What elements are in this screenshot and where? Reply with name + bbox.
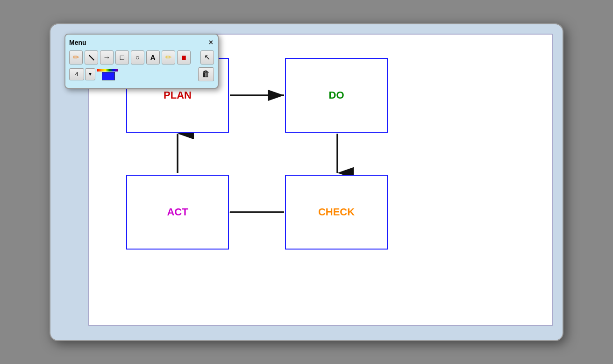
rect-icon: □ <box>120 53 124 61</box>
plan-label: PLAN <box>164 89 192 101</box>
size-value[interactable]: 4 <box>69 68 84 80</box>
menu-header: Menu × <box>69 38 214 47</box>
menu-title: Menu <box>69 39 86 46</box>
pencil-icon: ✏ <box>73 53 79 62</box>
size-dropdown-button[interactable]: ▼ <box>85 68 95 80</box>
highlight-tool-button[interactable]: ✏ <box>162 50 175 64</box>
highlight-icon: ✏ <box>165 53 171 62</box>
menu-close-button[interactable]: × <box>208 38 214 47</box>
arrow-icon: → <box>103 53 110 62</box>
app-window: PLAN DO CHECK ACT Menu × ✏ <box>50 23 563 341</box>
check-box[interactable]: CHECK <box>285 175 388 250</box>
stop-icon: ⏹ <box>180 54 187 61</box>
toolbar-row-1: ✏ | → □ ○ A ✏ ⏹ ↖ <box>69 50 214 64</box>
color-line-indicator <box>97 69 118 71</box>
menu-panel: Menu × ✏ | → □ ○ A ✏ <box>64 34 219 89</box>
bucket-icon: 🗑 <box>202 69 210 79</box>
line-tool-button[interactable]: | <box>85 50 98 64</box>
select-tool-button[interactable]: ↖ <box>200 50 214 64</box>
circle-icon: ○ <box>135 53 140 61</box>
do-label: DO <box>329 89 344 101</box>
act-box[interactable]: ACT <box>126 175 229 250</box>
text-tool-button[interactable]: A <box>146 50 160 64</box>
bucket-tool-button[interactable]: 🗑 <box>198 67 214 81</box>
check-label: CHECK <box>318 206 355 218</box>
select-icon: ↖ <box>204 53 210 62</box>
color-swatch[interactable] <box>97 68 118 80</box>
rect-tool-button[interactable]: □ <box>115 50 129 64</box>
do-box[interactable]: DO <box>285 58 388 133</box>
pencil-tool-button[interactable]: ✏ <box>69 50 83 64</box>
color-fill-indicator <box>102 72 115 80</box>
line-icon: | <box>87 54 95 61</box>
size-selector: 4 ▼ <box>69 68 95 80</box>
text-icon: A <box>150 53 156 61</box>
circle-tool-button[interactable]: ○ <box>131 50 144 64</box>
stop-tool-button[interactable]: ⏹ <box>177 50 191 64</box>
toolbar-row-2: 4 ▼ 🗑 <box>69 67 214 81</box>
arrow-tool-button[interactable]: → <box>100 50 114 64</box>
act-label: ACT <box>167 206 188 218</box>
